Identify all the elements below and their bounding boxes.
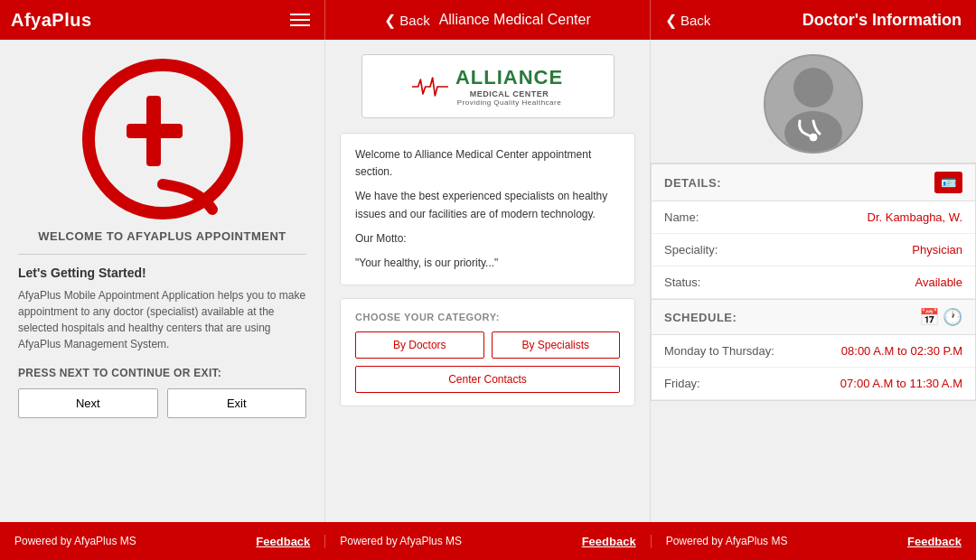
by-doctors-button[interactable]: By Doctors xyxy=(355,331,484,359)
footer-powered-2: Powered by AfyaPlus MS xyxy=(666,535,788,547)
footer-section-1: Powered by AfyaPlus MS Feedback xyxy=(325,535,651,548)
app-title: AfyaPlus xyxy=(11,10,92,31)
schedule-icons: 📅 🕐 xyxy=(919,307,962,327)
calendar-icon: 📅 xyxy=(919,307,939,327)
header-left: AfyaPlus xyxy=(0,0,325,40)
action-buttons: Next Exit xyxy=(18,388,306,418)
schedule-header: SCHEDULE: 📅 🕐 xyxy=(652,300,975,335)
svg-point-0 xyxy=(89,65,237,213)
category-title: CHOOSE YOUR CATEGORY: xyxy=(355,312,620,322)
schedule-day-0: Monday to Thursday: xyxy=(664,344,774,358)
speciality-value: Physician xyxy=(912,243,962,257)
clock-icon: 🕐 xyxy=(943,307,962,327)
chevron-left-icon-right: ❮ xyxy=(665,12,677,29)
main-content: WELCOME TO AFYAPLUS APPOINTMENT Let's Ge… xyxy=(0,40,976,522)
category-card: CHOOSE YOUR CATEGORY: By Doctors By Spec… xyxy=(340,298,635,406)
schedule-time-0: 08:00 A.M to 02:30 P.M xyxy=(841,344,962,358)
footer-feedback-1[interactable]: Feedback xyxy=(582,535,636,548)
alliance-sub1: MEDICAL CENTER xyxy=(455,89,563,98)
description-text: AfyaPlus Mobile Appointment Application … xyxy=(18,287,306,352)
welcome-card: Welcome to Alliance Medical Center appoi… xyxy=(340,133,635,285)
speciality-label: Speciality: xyxy=(664,243,718,257)
alliance-logo: ALLIANCE MEDICAL CENTER Providing Qualit… xyxy=(361,54,615,118)
footer-powered-0: Powered by AfyaPlus MS xyxy=(14,535,136,547)
status-label: Status: xyxy=(664,275,700,289)
welcome-line4: "Your healthy, is our priority..." xyxy=(355,255,620,272)
footer-feedback-2[interactable]: Feedback xyxy=(907,535,962,548)
footer-section-0: Powered by AfyaPlus MS Feedback xyxy=(0,535,325,548)
schedule-day-1: Friday: xyxy=(664,377,700,390)
svg-point-5 xyxy=(810,134,817,141)
details-section: DETAILS: 🪪 Name: Dr. Kambagha, W. Specia… xyxy=(651,163,976,300)
exit-button[interactable]: Exit xyxy=(167,388,307,418)
afyaplus-logo xyxy=(81,58,244,220)
schedule-label: SCHEDULE: xyxy=(664,311,737,324)
center-contacts-button[interactable]: Center Contacts xyxy=(355,366,620,393)
details-header: DETAILS: 🪪 xyxy=(652,164,975,201)
avatar xyxy=(764,54,863,154)
getting-started-text: Let's Getting Started! xyxy=(18,266,146,280)
welcome-text: WELCOME TO AFYAPLUS APPOINTMENT xyxy=(38,229,286,243)
svg-point-4 xyxy=(784,111,842,152)
right-back-button[interactable]: ❮ Back xyxy=(665,12,710,29)
alliance-name: ALLIANCE xyxy=(455,66,563,89)
category-row: By Doctors By Specialists xyxy=(355,331,620,359)
menu-button[interactable] xyxy=(286,10,314,30)
doctor-avatar-icon xyxy=(765,56,861,152)
alliance-sub2: Providing Quality Healthcare xyxy=(455,98,563,107)
center-page-title: Alliance Medical Center xyxy=(439,12,591,28)
name-row: Name: Dr. Kambagha, W. xyxy=(652,201,975,234)
header: AfyaPlus ❮ Back Alliance Medical Center … xyxy=(0,0,976,40)
alliance-text: ALLIANCE MEDICAL CENTER Providing Qualit… xyxy=(455,66,563,107)
center-back-button[interactable]: ❮ Back xyxy=(384,12,429,29)
chevron-left-icon: ❮ xyxy=(384,12,396,29)
name-value: Dr. Kambagha, W. xyxy=(868,210,963,224)
right-page-title: Doctor's Information xyxy=(802,11,962,30)
welcome-line1: Welcome to Alliance Medical Center appoi… xyxy=(355,146,620,181)
by-specialists-button[interactable]: By Specialists xyxy=(492,331,621,359)
right-back-label: Back xyxy=(680,13,710,28)
schedule-row-0: Monday to Thursday: 08:00 A.M to 02:30 P… xyxy=(652,335,975,368)
name-label: Name: xyxy=(664,210,699,224)
svg-point-3 xyxy=(793,68,833,107)
details-label: DETAILS: xyxy=(664,176,721,190)
left-panel: WELCOME TO AFYAPLUS APPOINTMENT Let's Ge… xyxy=(0,40,325,522)
welcome-line2: We have the best experienced specialists… xyxy=(355,188,620,222)
welcome-line3: Our Motto: xyxy=(355,230,620,247)
speciality-row: Speciality: Physician xyxy=(652,234,975,266)
svg-rect-2 xyxy=(127,124,183,138)
center-back-label: Back xyxy=(399,13,429,28)
ecg-line-icon xyxy=(412,73,448,100)
header-center: ❮ Back Alliance Medical Center xyxy=(325,0,651,40)
schedule-row-1: Friday: 07:00 A.M to 11:30 A.M xyxy=(652,368,975,400)
schedule-time-1: 07:00 A.M to 11:30 A.M xyxy=(840,377,962,390)
status-row: Status: Available xyxy=(652,266,975,299)
right-panel: DETAILS: 🪪 Name: Dr. Kambagha, W. Specia… xyxy=(651,40,976,522)
middle-panel: ALLIANCE MEDICAL CENTER Providing Qualit… xyxy=(325,40,651,522)
doctor-avatar-section xyxy=(651,40,976,163)
press-next-text: PRESS NEXT TO CONTINUE OR EXIT: xyxy=(18,367,221,379)
footer-section-2: Powered by AfyaPlus MS Feedback xyxy=(652,535,976,548)
next-button[interactable]: Next xyxy=(18,388,158,418)
header-right: ❮ Back Doctor's Information xyxy=(651,0,976,40)
divider xyxy=(18,254,306,255)
footer-feedback-0[interactable]: Feedback xyxy=(256,535,310,548)
id-card-icon: 🪪 xyxy=(934,172,962,193)
footer: Powered by AfyaPlus MS Feedback Powered … xyxy=(0,522,976,560)
schedule-section: SCHEDULE: 📅 🕐 Monday to Thursday: 08:00 … xyxy=(651,300,976,401)
status-value: Available xyxy=(915,275,962,289)
footer-powered-1: Powered by AfyaPlus MS xyxy=(340,535,462,547)
